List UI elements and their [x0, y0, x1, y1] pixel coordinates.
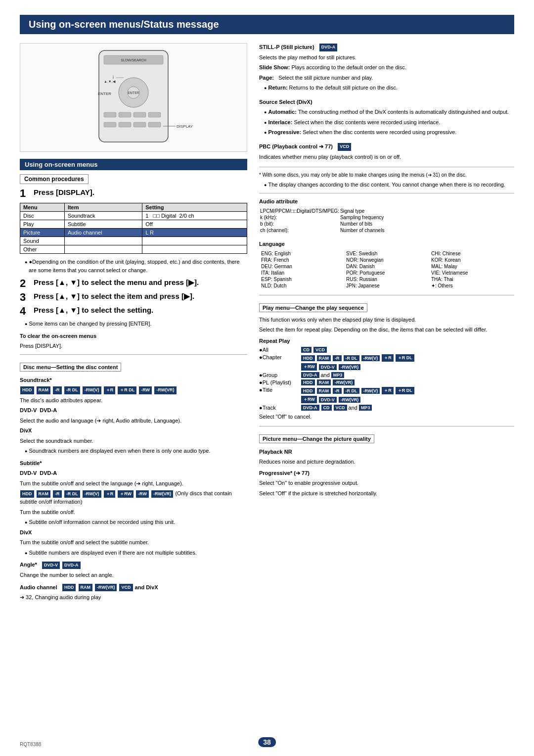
right-column: STILL-P (Still picture) DVD-A Selects th… — [259, 43, 514, 604]
subtitle-note2: Subtitle numbers are displayed even if t… — [25, 549, 247, 557]
svg-text:DISPLAY: DISPLAY — [177, 124, 193, 129]
badge-rt-hdd: HDD — [301, 388, 315, 394]
divx-text: Select the soundtrack number. — [20, 437, 247, 445]
pbc-header: PBC (Playback control ➔ 77) VCD — [259, 142, 514, 151]
audio-attr-table: LPCM/PPCM/□□Digital/DTS/MPEG: Signal typ… — [259, 207, 385, 234]
badge-rc2-dvdv: DVD-V — [319, 364, 337, 370]
subtitle-header: Subtitle* — [20, 459, 247, 468]
step-2: 2 Press [▲, ▼] to select the menu and pr… — [20, 278, 247, 289]
audio-attr-row-1: LPCM/PPCM/□□Digital/DTS/MPEG: Signal typ… — [260, 208, 384, 214]
badge-ac-ram: RAM — [79, 584, 93, 592]
repeat-chapter-2-badges: ＋RW DVD-V -RW(VR) — [301, 363, 514, 371]
badge-pbc-vcd: VCD — [338, 143, 351, 151]
pbc-section: PBC (Playback control ➔ 77) VCD Indicate… — [259, 142, 514, 161]
repeat-track-label: ●Track — [259, 405, 299, 411]
audio-attr-row-3: b (bit): Number of bits — [260, 221, 384, 227]
badge-rtr-mp3: MP3 — [359, 405, 372, 411]
using-onscreen-header: Using on-screen menus — [20, 159, 247, 170]
badge-rp-vcd: VCD — [313, 347, 327, 353]
svg-text:▲,▼,◀: ▲,▼,◀ — [104, 80, 116, 83]
disc-menu-header: Disc menu—Setting the disc content — [20, 363, 121, 372]
badge-rt-rdl: -R DL — [344, 388, 359, 394]
subtitle-note1: Subtitle on/off information cannot be re… — [25, 518, 247, 526]
repeat-title: ●Title HDD RAM -R -R DL -RW(V) ＋R ＋R DL — [259, 387, 514, 394]
subtitle-dvdv-dvda: DVD-V DVD-A — [20, 469, 247, 477]
osd-col-menu: Menu — [20, 203, 65, 212]
lang-ita: ITA: Italian — [259, 270, 344, 276]
badge-angle-dvdv: DVD-V — [42, 562, 60, 569]
play-menu-note1: This function works only when the elapse… — [259, 316, 514, 324]
osd-col-item: Item — [64, 203, 142, 212]
step-4-text: Press [▲, ▼] to select the setting. — [34, 306, 153, 314]
playback-nr-header: Playback NR — [259, 448, 514, 456]
badge-rtr-vcd: VCD — [334, 405, 347, 411]
slide-show-text: Slide Show: Plays according to the defau… — [259, 63, 514, 72]
repeat-track: ●Track DVD-A CD VCD and MP3 — [259, 405, 514, 411]
audio-attr-section: Audio attribute LPCM/PPCM/□□Digital/DTS/… — [259, 197, 514, 235]
progressive-text2: Select "Off" if the picture is stretched… — [259, 489, 514, 498]
badge-sub-hdd: HDD — [20, 490, 34, 498]
common-procedures-label: Common procedures — [20, 174, 89, 184]
language-table: ENG: English SVE: Swedish CHI: Chinese F… — [259, 250, 514, 289]
lang-sve: SVE: Swedish — [344, 250, 429, 257]
still-p-text: Selects the play method for still pictur… — [259, 53, 514, 62]
audio-attr-row-4: ch (channel): Number of channels — [260, 228, 384, 233]
badge-sub-r: -R — [53, 490, 62, 498]
play-menu-note2: Select the item for repeat play. Dependi… — [259, 326, 514, 334]
badge-sub-ram: RAM — [37, 490, 51, 498]
badge-rc-pr: ＋R — [382, 354, 394, 362]
page-number: 38 — [258, 737, 276, 747]
subtitle-divx-label: DivX — [20, 528, 247, 537]
badge-rdl: -R DL — [64, 386, 80, 394]
svg-rect-10 — [134, 112, 146, 117]
svg-rect-12 — [104, 122, 116, 127]
step-1: 1 Press [DISPLAY]. — [20, 188, 247, 199]
display-note: The display changes according to the dis… — [264, 181, 514, 189]
picture-menu-header: Picture menu—Change the picture quality — [259, 434, 374, 443]
source-auto: Automatic: The constructing method of th… — [264, 108, 514, 116]
badge-rtr-dvda: DVD-A — [301, 405, 319, 411]
badge-sub-rw: -RW — [136, 490, 149, 498]
badge-rc-r: -R — [333, 355, 342, 361]
step-3-text: Press [▲, ▼] to select the item and pres… — [34, 292, 194, 301]
badge-hdd: HDD — [20, 386, 34, 394]
lang-others: ✦: Others — [429, 283, 514, 289]
rqt-number: RQT8388 — [20, 742, 41, 747]
badge-rc2-prw: ＋RW — [301, 363, 317, 371]
svg-text:ENTER: ENTER — [128, 91, 139, 94]
clear-note-text: Press [DISPLAY]. — [20, 342, 247, 350]
lang-rus: RUS: Russian — [344, 276, 429, 283]
badge-still-dvda: DVD-A — [319, 44, 338, 51]
osd-row-picture: Picture Audio channel L R — [20, 229, 247, 237]
badge-sub-prw: ＋RW — [118, 490, 134, 498]
badge-rc-rwv: -RW(V) — [361, 355, 380, 361]
osd-table: Menu Item Setting Disc Soundtrack 1 □□ D… — [20, 203, 247, 254]
repeat-playlist-badges: HDD RAM -RW(VR) — [301, 379, 514, 385]
divx-label: DivX — [20, 426, 247, 435]
audio-channel-header: Audio channel HDD RAM -RW(VR) VCD and Di… — [20, 583, 247, 592]
return-text: Return: Returns to the default still pic… — [264, 84, 514, 92]
source-interlace: Interlace: Select when the disc contents… — [264, 118, 514, 127]
badge-rpl-ram: RAM — [317, 379, 331, 385]
svg-rect-15 — [148, 122, 161, 127]
soundtrack-sub1: Soundtrack numbers are displayed even wh… — [25, 447, 247, 455]
left-column: SLOW/SEARCH ENTER ▲,▼,◀ ENTER — [20, 43, 247, 604]
osd-col-setting: Setting — [142, 203, 247, 212]
step-2-num: 2 — [20, 278, 31, 289]
badge-rt2-dvdv: DVD-V — [319, 397, 337, 403]
repeat-all-badges: CD VCD — [301, 347, 514, 353]
badge-ram: RAM — [37, 386, 51, 394]
repeat-all: ●All CD VCD — [259, 347, 514, 353]
repeat-track-badges: DVD-A CD VCD and MP3 — [301, 405, 514, 411]
step4-note: Some items can be changed by pressing [E… — [25, 320, 247, 328]
play-menu-header: Play menu—Change the play sequence — [259, 303, 367, 312]
lang-fra: FRA: French — [259, 257, 344, 263]
lang-deu: DEU: German — [259, 263, 344, 270]
audio-attr-header: Audio attribute — [259, 197, 514, 206]
lang-mal: MAL: Malay — [429, 263, 514, 270]
repeat-title-badges: HDD RAM -R -R DL -RW(V) ＋R ＋R DL — [301, 387, 514, 394]
page-title: Using on-screen menus/Status message — [20, 15, 514, 34]
badge-pr: ＋R — [104, 386, 116, 394]
step-4-num: 4 — [20, 306, 31, 317]
repeat-group-label: ●Group — [259, 372, 299, 378]
